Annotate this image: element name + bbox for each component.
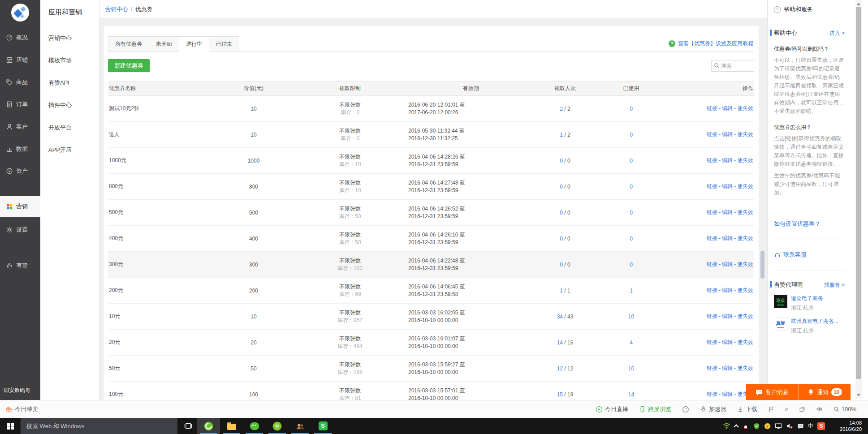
invalidate-action[interactable]: 使失效: [737, 235, 753, 241]
tray-network-icon[interactable]: [775, 422, 782, 430]
submenu-item[interactable]: 插件中心: [40, 94, 99, 116]
scroll-up-arrow-icon[interactable]: [857, 3, 860, 5]
taken-count-link[interactable]: 14: [557, 339, 563, 346]
flag-button[interactable]: [768, 406, 774, 413]
link-action[interactable]: 链接: [707, 339, 717, 345]
taken-count-link[interactable]: 34: [557, 314, 563, 320]
shop-name[interactable]: 固安数码哥: [0, 384, 40, 396]
taken-count-link[interactable]: 0: [560, 184, 563, 190]
main-scrollbar-thumb[interactable]: [760, 251, 764, 279]
find-service-link[interactable]: 找服务 >: [824, 281, 845, 289]
submenu-item[interactable]: 模板市场: [40, 49, 99, 72]
link-action[interactable]: 链接: [707, 235, 717, 241]
speed-test-button[interactable]: [682, 406, 689, 413]
invalidate-action[interactable]: 使失效: [737, 183, 753, 189]
contact-support-label[interactable]: 联系客服: [783, 251, 807, 259]
sidebar-item-customers[interactable]: 客户: [0, 116, 40, 137]
taken-count-link[interactable]: 0: [560, 210, 563, 216]
setup-coupon-link[interactable]: 如何设置优惠券？: [774, 220, 845, 228]
taken-count-link[interactable]: 0: [560, 236, 563, 242]
sidebar-item-assets[interactable]: ¥ 资产: [0, 161, 40, 181]
submenu-item[interactable]: APP开店: [40, 139, 99, 161]
taken-count-link[interactable]: 0: [560, 262, 563, 268]
app-file-explorer[interactable]: [220, 418, 243, 434]
breadcrumb-parent-link[interactable]: 营销中心: [105, 5, 128, 13]
coupon-tab[interactable]: 已结束: [209, 36, 239, 52]
taken-count-link[interactable]: 1: [560, 288, 563, 294]
taskbar-search[interactable]: [21, 418, 177, 434]
daily-deal-link[interactable]: 今日特卖: [5, 400, 38, 418]
help-center-enter-link[interactable]: 进入 >: [829, 30, 845, 37]
used-count-link[interactable]: 0: [630, 184, 633, 190]
edit-action[interactable]: 编辑: [722, 287, 733, 293]
tutorial-link[interactable]: 查看【优惠券】设置及应用教程: [678, 40, 753, 47]
tray-coin-icon[interactable]: [764, 423, 771, 430]
agent-name-link[interactable]: 杭州真智电子商务...: [791, 318, 838, 325]
sidebar-item-marketing[interactable]: 营销: [0, 196, 40, 217]
ime-indicator[interactable]: 中: [808, 422, 813, 430]
app-browser-360[interactable]: [197, 418, 220, 434]
edit-action[interactable]: 编辑: [722, 339, 733, 345]
tray-volume-muted-icon[interactable]: [786, 422, 793, 430]
agent-name-link[interactable]: 追众电子商务: [791, 295, 823, 302]
edit-action[interactable]: 编辑: [722, 313, 733, 319]
window-mode-button[interactable]: [799, 406, 805, 413]
submenu-item[interactable]: 开放平台: [40, 116, 99, 139]
invalidate-action[interactable]: 使失效: [737, 157, 753, 163]
search-input[interactable]: [721, 63, 749, 69]
app-wechat[interactable]: [243, 418, 266, 434]
link-action[interactable]: 链接: [707, 287, 717, 293]
youzan-logo[interactable]: [11, 4, 29, 21]
link-action[interactable]: 链接: [707, 365, 717, 371]
page-zoom-button[interactable]: 100%: [833, 406, 856, 413]
used-count-link[interactable]: 0: [630, 236, 633, 242]
used-count-link[interactable]: 10: [628, 314, 634, 320]
app-wifi-360[interactable]: [266, 418, 289, 434]
scroll-down-arrow-icon[interactable]: [857, 394, 860, 396]
new-coupon-button[interactable]: 新建优惠券: [108, 59, 150, 72]
edit-action[interactable]: 编辑: [722, 235, 733, 241]
sidebar-item-youzan[interactable]: 有赞: [0, 255, 40, 276]
used-count-link[interactable]: 0: [630, 210, 633, 216]
sidebar-item-settings[interactable]: 设置: [0, 219, 40, 240]
sidebar-item-orders[interactable]: 订单: [0, 94, 40, 115]
taken-count-link[interactable]: 1: [560, 132, 563, 138]
tray-sogou-icon[interactable]: S: [817, 422, 825, 430]
invalidate-action[interactable]: 使失效: [737, 313, 753, 319]
used-count-link[interactable]: 0: [630, 106, 633, 112]
edit-action[interactable]: 编辑: [722, 391, 733, 397]
invalidate-action[interactable]: 使失效: [737, 209, 753, 215]
app-shimo[interactable]: S: [311, 418, 334, 434]
live-today-button[interactable]: 今日直播: [596, 405, 628, 413]
volume-button[interactable]: [816, 406, 823, 413]
invalidate-action[interactable]: 使失效: [737, 105, 753, 112]
agent-item[interactable]: 真智 杭州真智电子商务... 浙江 杭州: [774, 318, 845, 335]
sidebar-item-goods[interactable]: 商品: [0, 72, 40, 93]
taskbar-search-input[interactable]: [26, 423, 170, 430]
link-action[interactable]: 链接: [707, 105, 717, 112]
link-action[interactable]: 链接: [707, 313, 717, 319]
link-action[interactable]: 链接: [707, 261, 717, 267]
tray-wifi-icon[interactable]: [723, 423, 730, 430]
submenu-item[interactable]: 有赞API: [40, 72, 99, 94]
edit-action[interactable]: 编辑: [722, 365, 733, 371]
booster-button[interactable]: 加速器: [700, 405, 726, 413]
edit-action[interactable]: 编辑: [722, 209, 733, 215]
app-contacts[interactable]: [289, 418, 311, 434]
tray-shield-icon[interactable]: [753, 423, 760, 430]
help-scrollbar[interactable]: [855, 0, 862, 399]
coupon-tab[interactable]: 进行中: [179, 36, 209, 52]
edit-action[interactable]: 编辑: [722, 105, 733, 112]
coupon-search[interactable]: [711, 60, 754, 72]
show-desktop-button[interactable]: [865, 418, 868, 434]
help-scrollbar-thumb[interactable]: [856, 7, 861, 379]
invalidate-action[interactable]: 使失效: [737, 339, 753, 345]
edit-action[interactable]: 编辑: [722, 183, 733, 189]
link-action[interactable]: 链接: [707, 209, 717, 215]
cross-screen-button[interactable]: 跨屏浏览: [639, 405, 671, 413]
taken-count-link[interactable]: 2: [560, 106, 563, 112]
link-action[interactable]: 链接: [707, 131, 717, 138]
notice-button[interactable]: 通知 16: [799, 384, 851, 400]
agent-item[interactable]: 追众 追众电子商务 浙江 杭州: [774, 295, 845, 312]
sidebar-item-data[interactable]: 数据: [0, 139, 40, 159]
